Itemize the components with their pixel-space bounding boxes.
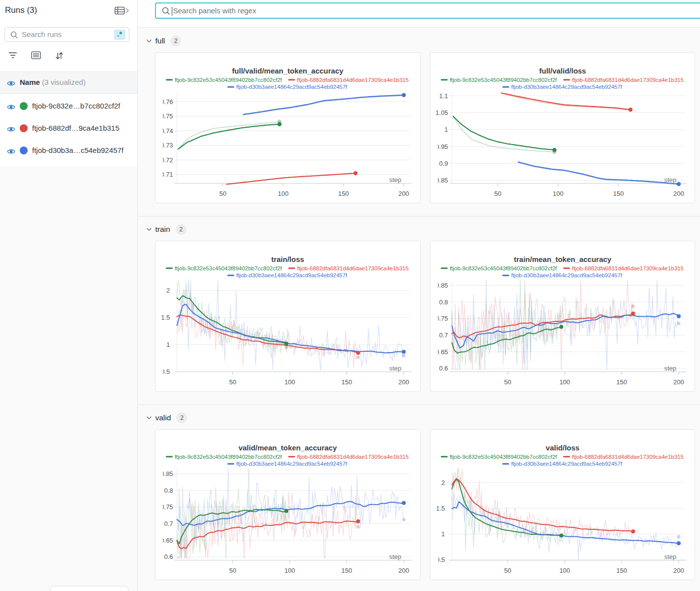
svg-text:full/valid/loss: full/valid/loss xyxy=(539,66,586,74)
svg-text:0.6: 0.6 xyxy=(439,365,448,372)
svg-text:50: 50 xyxy=(229,378,236,386)
svg-text:ftjob-d30b3aee14864c29acd9ac54: ftjob-d30b3aee14864c29acd9ac54eb92457f xyxy=(511,461,622,467)
svg-text:ftjob-6882dfa6831d4d6dae17309c: ftjob-6882dfa6831d4d6dae17309ca4e1b315 xyxy=(297,76,409,82)
svg-text:0.9: 0.9 xyxy=(439,159,448,167)
svg-text:full/valid/mean_token_accuracy: full/valid/mean_token_accuracy xyxy=(232,66,344,74)
svg-text:1: 1 xyxy=(166,341,170,348)
svg-text:200: 200 xyxy=(398,567,409,574)
svg-text:100: 100 xyxy=(284,378,295,386)
svg-text:ftjob-d30b3aee14864c29acd9ac54: ftjob-d30b3aee14864c29acd9ac54eb92457f xyxy=(236,272,348,278)
svg-text:2: 2 xyxy=(441,479,445,486)
svg-text:0.8: 0.8 xyxy=(439,298,448,305)
svg-text:1.05: 1.05 xyxy=(435,109,448,116)
svg-text:1: 1 xyxy=(441,530,445,538)
svg-text:150: 150 xyxy=(616,567,627,574)
svg-text:100: 100 xyxy=(552,189,563,197)
svg-text:1.1: 1.1 xyxy=(439,92,448,99)
svg-text:200: 200 xyxy=(398,378,409,386)
svg-text:0.6: 0.6 xyxy=(164,553,173,560)
svg-text:ftjob-d30b3aee14864c29acd9ac54: ftjob-d30b3aee14864c29acd9ac54eb92457f xyxy=(511,84,622,90)
svg-text:ftjob-9c832e53c45043f89402bb7c: ftjob-9c832e53c45043f89402bb7cc802cf2f xyxy=(175,265,282,271)
svg-text:step: step xyxy=(664,553,676,560)
svg-text:ftjob-6882dfa6831d4d6dae17309c: ftjob-6882dfa6831d4d6dae17309ca4e1b315 xyxy=(297,265,409,271)
svg-text:50: 50 xyxy=(229,567,236,574)
svg-text:150: 150 xyxy=(616,378,627,386)
svg-text:ftjob-d30b3aee14864c29acd9ac54: ftjob-d30b3aee14864c29acd9ac54eb92457f xyxy=(511,272,622,278)
svg-text:step: step xyxy=(664,176,676,184)
svg-text:valid/loss: valid/loss xyxy=(545,443,579,452)
svg-text:valid/mean_token_accuracy: valid/mean_token_accuracy xyxy=(238,443,337,452)
svg-text:150: 150 xyxy=(338,189,349,197)
svg-text:ftjob-6882dfa6831d4d6dae17309c: ftjob-6882dfa6831d4d6dae17309ca4e1b315 xyxy=(572,454,683,460)
svg-text:200: 200 xyxy=(673,567,684,574)
svg-text:100: 100 xyxy=(278,189,289,197)
svg-text:100: 100 xyxy=(559,567,570,574)
svg-text:100: 100 xyxy=(284,567,295,574)
svg-text:step: step xyxy=(389,553,401,560)
svg-text:150: 150 xyxy=(342,378,352,386)
svg-text:ftjob-6882dfa6831d4d6dae17309c: ftjob-6882dfa6831d4d6dae17309ca4e1b315 xyxy=(297,454,409,460)
svg-text:0.8: 0.8 xyxy=(164,486,173,494)
svg-text:ftjob-d30b3aee14864c29acd9ac54: ftjob-d30b3aee14864c29acd9ac54eb92457f xyxy=(236,84,348,90)
svg-text:train/loss: train/loss xyxy=(271,255,304,263)
svg-text:step: step xyxy=(389,365,401,372)
svg-text:0.7: 0.7 xyxy=(164,520,173,527)
svg-text:step: step xyxy=(389,176,401,184)
svg-text:ftjob-9c832e53c45043f89402bb7c: ftjob-9c832e53c45043f89402bb7cc802cf2f xyxy=(175,76,282,82)
svg-text:200: 200 xyxy=(673,378,684,386)
svg-text:150: 150 xyxy=(342,567,352,574)
svg-text:0.7: 0.7 xyxy=(439,332,448,339)
svg-text:ftjob-9c832e53c45043f89402bb7c: ftjob-9c832e53c45043f89402bb7cc802cf2f xyxy=(449,76,557,82)
svg-text:50: 50 xyxy=(504,567,511,574)
svg-text:150: 150 xyxy=(613,189,623,197)
svg-text:1.5: 1.5 xyxy=(161,314,170,321)
svg-text:ftjob-9c832e53c45043f89402bb7c: ftjob-9c832e53c45043f89402bb7cc802cf2f xyxy=(449,265,557,271)
svg-text:step: step xyxy=(664,365,676,372)
svg-text:ftjob-d30b3aee14864c29acd9ac54: ftjob-d30b3aee14864c29acd9ac54eb92457f xyxy=(236,461,348,467)
svg-text:200: 200 xyxy=(673,189,684,197)
svg-text:1: 1 xyxy=(444,126,448,133)
svg-text:50: 50 xyxy=(494,189,501,197)
svg-text:2: 2 xyxy=(166,287,170,294)
svg-text:200: 200 xyxy=(398,189,409,197)
svg-text:ftjob-9c832e53c45043f89402bb7c: ftjob-9c832e53c45043f89402bb7cc802cf2f xyxy=(449,454,557,460)
svg-text:train/mean_token_accuracy: train/mean_token_accuracy xyxy=(514,255,612,263)
svg-text:100: 100 xyxy=(559,378,570,386)
svg-text:ftjob-9c832e53c45043f89402bb7c: ftjob-9c832e53c45043f89402bb7cc802cf2f xyxy=(175,454,282,460)
svg-text:1.5: 1.5 xyxy=(436,505,445,512)
svg-text:50: 50 xyxy=(504,378,511,386)
svg-text:ftjob-6882dfa6831d4d6dae17309c: ftjob-6882dfa6831d4d6dae17309ca4e1b315 xyxy=(572,76,683,82)
svg-text:50: 50 xyxy=(219,189,226,197)
svg-text:ftjob-6882dfa6831d4d6dae17309c: ftjob-6882dfa6831d4d6dae17309ca4e1b315 xyxy=(572,265,683,271)
